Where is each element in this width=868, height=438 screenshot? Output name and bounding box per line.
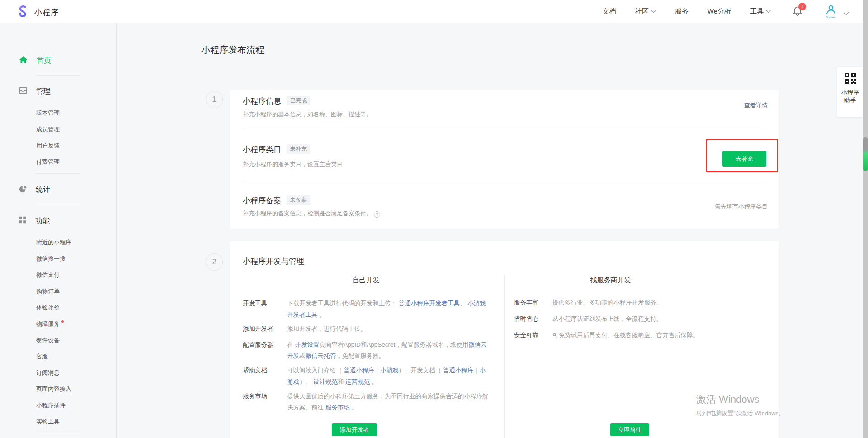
sidebar-item[interactable]: 体验评价 <box>36 304 116 313</box>
nav-item[interactable]: We分析 <box>708 7 731 16</box>
column-divider <box>504 275 505 438</box>
miniprogram-logo-icon <box>16 4 30 20</box>
step-1-indicator: 1 <box>206 91 223 108</box>
inline-link[interactable]: 运营规范 <box>345 378 370 385</box>
text-segment: ，免配置服务器。 <box>336 352 385 359</box>
dev-row-desc: 提供多行业、多功能的小程序开发服务。 <box>552 297 766 308</box>
dev-row-label: 开发工具 <box>243 298 287 320</box>
avatar[interactable]: Skychaker <box>824 4 838 19</box>
sidebar-section-label: 统计 <box>36 185 50 195</box>
scrollbar-track[interactable] <box>863 0 868 438</box>
sidebar-item[interactable]: 客服 <box>36 352 116 362</box>
sidebar-section-label: 管理 <box>36 87 51 96</box>
nav-item[interactable]: 工具 <box>750 7 771 16</box>
divider <box>35 173 80 174</box>
sidebar-section-header[interactable]: 功能 <box>19 215 116 227</box>
inline-link[interactable]: 设计规范 <box>313 378 338 385</box>
sidebar-section-header[interactable]: 统计 <box>19 184 116 195</box>
notification-bell-button[interactable]: 1 <box>792 5 806 18</box>
app-logo[interactable]: 小程序 <box>16 4 59 20</box>
chevron-down-icon <box>651 10 656 13</box>
sidebar: 首页管理版本管理成员管理用户反馈付费管理统计功能附近的小程序微信搜一搜微信支付购… <box>0 23 117 438</box>
miniprogram-info-row: 小程序信息已完成 补充小程序的基本信息，如名称、图标、描述等。 查看详情 <box>243 90 768 129</box>
text-segment: 页面查看AppID和AppSecret，配置服务器域名，或使用 <box>319 341 468 348</box>
nav-item-label: 文档 <box>603 7 616 16</box>
miniprogram-category-row: 小程序类目未补充 补充小程序的服务类目，设置主营类目 <box>243 129 768 181</box>
inline-link[interactable]: 服务市场 <box>326 404 350 411</box>
page-title: 小程序发布流程 <box>201 44 264 56</box>
sidebar-item[interactable]: 硬件设备 <box>36 336 116 345</box>
add-developer-button[interactable]: 添加开发者 <box>332 423 377 436</box>
dev-row-desc: 提供大量优质的小程序第三方服务，为不同行业的商家提供合适的小程序解决方案。前往 … <box>287 390 489 413</box>
supplement-category-button[interactable]: 去补充 <box>722 151 766 167</box>
inline-link[interactable]: 微信云托管 <box>306 352 336 359</box>
account-chevron-down-icon[interactable] <box>844 9 849 17</box>
miniprogram-info-title: 小程序信息 <box>243 97 281 105</box>
text-segment: 在 <box>287 341 295 348</box>
text-segment: 提供大量优质的小程序第三方服务，为不同行业的商家提供合适的小程序解决方案。前往 <box>287 393 489 411</box>
sidebar-item-label: 首页 <box>37 56 51 66</box>
sidebar-item[interactable]: 订阅消息 <box>36 369 116 378</box>
nav-item-label: 工具 <box>750 7 764 16</box>
dev-card: 小程序开发与管理 自己开发开发工具下载开发者工具进行代码的开发和上传： 普通小程… <box>230 241 779 438</box>
assistant-label-line1: 小程序 <box>837 89 863 96</box>
row-title: 小程序备案未备案 <box>243 195 310 206</box>
go-now-button[interactable]: 立即前往 <box>610 423 649 436</box>
row-title: 小程序信息已完成 <box>243 96 310 106</box>
scrollbar-thumb[interactable] <box>863 137 868 171</box>
dev-row-label: 帮助文档 <box>243 365 287 387</box>
sidebar-item[interactable]: 微信搜一搜 <box>36 255 116 264</box>
sidebar-item[interactable]: 页面内容接入 <box>36 385 116 394</box>
miniprogram-assistant-widget[interactable]: 小程序 助手 <box>837 67 863 117</box>
column-self-develop: 自己开发开发工具下载开发者工具进行代码的开发和上传： 普通小程序开发者工具、 小… <box>243 276 489 413</box>
text-segment: 提供多行业、多功能的小程序开发服务。 <box>552 299 662 306</box>
dev-row-desc: 下载开发者工具进行代码的开发和上传： 普通小程序开发者工具、 小游戏开发者工具 … <box>287 298 489 320</box>
nav-item[interactable]: 社区 <box>635 7 656 16</box>
column-find-provider: 找服务商开发服务丰富提供多行业、多功能的小程序开发服务。省时省心从小程序认证到发… <box>514 276 766 341</box>
dev-row: 省时省心从小程序认证到发布上线，全流程支持。 <box>514 313 766 324</box>
sidebar-item[interactable]: 版本管理 <box>36 109 116 118</box>
miniprogram-icp-title: 小程序备案 <box>243 196 281 205</box>
sidebar-item[interactable]: 附近的小程序 <box>36 238 116 248</box>
notification-badge: 1 <box>798 3 806 10</box>
topbar: 小程序 文档社区服务We分析工具 1 Skychaker <box>0 0 868 23</box>
inline-link[interactable]: 普通小程序 <box>344 367 374 374</box>
miniprogram-category-title: 小程序类目 <box>243 145 281 154</box>
help-icon[interactable]: ? <box>374 211 380 218</box>
sidebar-item[interactable]: 用户反馈 <box>36 142 116 151</box>
text-segment: ）、开发文档（ <box>399 367 443 374</box>
column-header: 找服务商开发 <box>514 276 707 286</box>
sidebar-item[interactable]: 购物订单 <box>36 287 116 296</box>
inline-link[interactable]: 小游戏 <box>380 367 399 374</box>
sidebar-section-header[interactable]: 管理 <box>19 86 116 97</box>
dev-row-desc: 从小程序认证到发布上线，全流程支持。 <box>552 313 766 324</box>
sidebar-item[interactable]: 微信支付 <box>36 271 116 280</box>
home-icon <box>19 56 28 66</box>
column-header: 自己开发 <box>243 276 489 286</box>
sidebar-item[interactable]: 成员管理 <box>36 125 116 134</box>
inline-link[interactable]: 普通小程序开发者工具 <box>399 300 460 307</box>
dev-row-desc: 可以阅读入门介绍（ 普通小程序｜小游戏）、开发文档（ 普通小程序｜小游戏）、 设… <box>287 365 489 387</box>
chevron-down-icon <box>766 10 771 13</box>
nav-item[interactable]: 文档 <box>603 7 616 16</box>
sidebar-item[interactable]: 实验工具 <box>36 418 116 427</box>
sidebar-item[interactable]: 物流服务 <box>36 320 116 329</box>
dev-row: 帮助文档可以阅读入门介绍（ 普通小程序｜小游戏）、开发文档（ 普通小程序｜小游戏… <box>243 365 489 387</box>
text-segment: 可以阅读入门介绍（ <box>287 367 344 374</box>
text-segment: 添加开发者，进行代码上传。 <box>287 325 367 332</box>
publish-info-card: 小程序信息已完成 补充小程序的基本信息，如名称、图标、描述等。 查看详情 小程序… <box>230 90 779 229</box>
assistant-label: 小程序 助手 <box>837 89 863 104</box>
sidebar-item[interactable]: 小程序插件 <box>36 401 116 410</box>
view-details-link[interactable]: 查看详情 <box>744 101 768 110</box>
prerequisite-note: 需先填写小程序类目 <box>715 203 768 211</box>
sidebar-item-home[interactable]: 首页 <box>19 55 116 66</box>
text-segment: 。 <box>350 404 358 411</box>
inline-link[interactable]: 开发设置 <box>295 341 319 348</box>
text-segment: 。 <box>370 378 377 385</box>
row-description: 补充小程序的备案信息，检测是否满足备案条件。? <box>243 209 380 218</box>
top-nav: 文档社区服务We分析工具 <box>603 0 771 23</box>
inline-link[interactable]: 普通小程序 <box>443 367 474 374</box>
sidebar-item[interactable]: 付费管理 <box>36 158 116 167</box>
nav-item[interactable]: 服务 <box>675 7 689 16</box>
row-description: 补充小程序的服务类目，设置主营类目 <box>243 160 343 168</box>
